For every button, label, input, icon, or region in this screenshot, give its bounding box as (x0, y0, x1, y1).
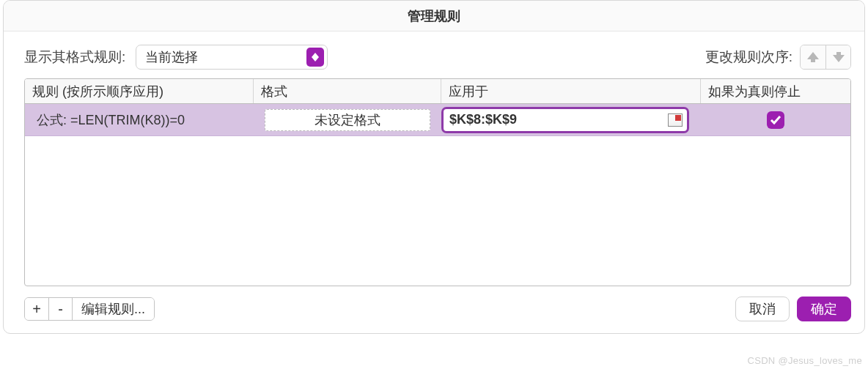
col-header-format[interactable]: 格式 (254, 79, 441, 103)
add-rule-button[interactable]: + (25, 298, 48, 320)
applies-to-value: $K$8:$K$9 (449, 112, 668, 127)
svg-marker-3 (833, 52, 845, 62)
move-up-button[interactable] (801, 45, 825, 69)
rules-grid: 规则 (按所示顺序应用) 格式 应用于 如果为真则停止 公式: =LEN(TRI… (24, 78, 851, 286)
scope-select-value: 当前选择 (145, 48, 198, 66)
col-header-applies-to[interactable]: 应用于 (441, 79, 701, 103)
rule-format-cell: 未设定格式 (254, 104, 441, 135)
show-rules-for-label: 显示其格式规则: (24, 48, 125, 67)
svg-marker-2 (807, 52, 819, 62)
rule-description: 公式: =LEN(TRIM(K8))=0 (25, 104, 254, 135)
grid-header: 规则 (按所示顺序应用) 格式 应用于 如果为真则停止 (25, 79, 850, 104)
range-picker-icon[interactable] (668, 113, 683, 127)
format-preview[interactable]: 未设定格式 (265, 109, 430, 131)
ok-button[interactable]: 确定 (797, 297, 851, 321)
change-order-label: 更改规则次序: (705, 48, 792, 67)
arrow-up-icon (807, 52, 819, 62)
dialog-title: 管理规则 (4, 1, 864, 31)
toolbar: 显示其格式规则: 当前选择 更改规则次序: (4, 31, 864, 78)
manage-rules-dialog: 管理规则 显示其格式规则: 当前选择 更改规则次序: 规则 (按所示顺序应用) … (3, 0, 865, 334)
scope-select[interactable]: 当前选择 (136, 45, 328, 70)
stop-if-true-checkbox[interactable] (767, 111, 784, 129)
remove-rule-button[interactable]: - (48, 298, 72, 320)
svg-marker-1 (312, 57, 319, 61)
applies-to-input[interactable]: $K$8:$K$9 (441, 107, 689, 133)
rule-edit-buttons: + - 编辑规则... (24, 297, 155, 321)
col-header-rule[interactable]: 规则 (按所示顺序应用) (25, 79, 254, 103)
dialog-footer: + - 编辑规则... 取消 确定 (4, 286, 864, 333)
watermark: CSDN @Jesus_loves_me (748, 355, 862, 366)
rule-range-cell: $K$8:$K$9 (441, 104, 701, 135)
arrow-down-icon (833, 52, 845, 62)
rule-row[interactable]: 公式: =LEN(TRIM(K8))=0 未设定格式 $K$8:$K$9 (25, 104, 850, 136)
cancel-button[interactable]: 取消 (735, 297, 790, 321)
dropdown-stepper-icon (306, 48, 324, 67)
col-header-stop[interactable]: 如果为真则停止 (701, 79, 850, 103)
move-down-button[interactable] (825, 45, 850, 69)
rule-stop-cell (701, 104, 850, 135)
order-buttons (800, 45, 851, 70)
edit-rule-button[interactable]: 编辑规则... (72, 298, 154, 320)
check-icon (770, 115, 781, 125)
